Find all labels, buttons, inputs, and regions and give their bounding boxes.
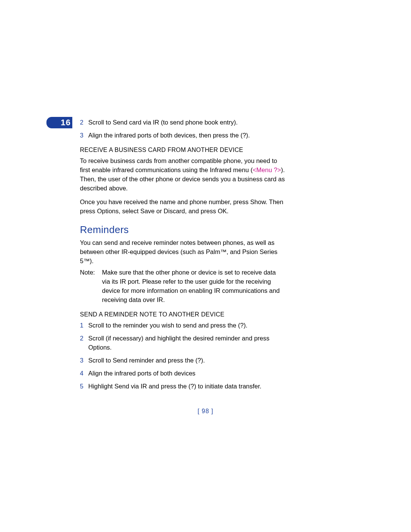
menu-reference-link[interactable]: <Menu ?>	[253, 166, 281, 173]
list-text: Align the infrared ports of both devices…	[88, 131, 285, 140]
page-content: 2 Scroll to Send card via IR (to send ph…	[80, 118, 285, 391]
list-text: Scroll to Send card via IR (to send phon…	[88, 118, 285, 127]
list-number: 5	[80, 382, 88, 391]
paragraph-text: To receive business cards from another c…	[80, 157, 277, 173]
chapter-number: 16	[61, 118, 71, 127]
paragraph: To receive business cards from another c…	[80, 157, 285, 193]
list-item: 2 Scroll (if necessary) and highlight th…	[80, 334, 285, 352]
list-text: Highlight Send via IR and press the (?) …	[88, 382, 285, 391]
list-number: 1	[80, 321, 88, 330]
list-text: Align the infrared ports of both devices	[88, 369, 285, 378]
note-label: Note:	[80, 268, 102, 305]
page-number: [ 98 ]	[0, 407, 411, 415]
paragraph: Once you have received the name and phon…	[80, 198, 285, 216]
list-number: 2	[80, 334, 88, 352]
list-number: 3	[80, 356, 88, 365]
list-item: 2 Scroll to Send card via IR (to send ph…	[80, 118, 285, 127]
list-item: 3 Scroll to Send reminder and press the …	[80, 356, 285, 365]
note-block: Note: Make sure that the other phone or …	[80, 268, 285, 305]
subheading-receive: RECEIVE A BUSINESS CARD FROM ANOTHER DEV…	[80, 145, 285, 154]
subheading-send: SEND A REMINDER NOTE TO ANOTHER DEVICE	[80, 310, 285, 319]
chapter-tab: 16	[46, 117, 72, 128]
list-item: 1 Scroll to the reminder you wish to sen…	[80, 321, 285, 330]
list-text: Scroll to the reminder you wish to send …	[88, 321, 285, 330]
list-item: 3 Align the infrared ports of both devic…	[80, 131, 285, 140]
note-body: Make sure that the other phone or device…	[102, 268, 285, 305]
list-item: 4 Align the infrared ports of both devic…	[80, 369, 285, 378]
paragraph: You can send and receive reminder notes …	[80, 238, 285, 266]
section-title-reminders: Reminders	[80, 223, 285, 237]
list-item: 5 Highlight Send via IR and press the (?…	[80, 382, 285, 391]
list-text: Scroll (if necessary) and highlight the …	[88, 334, 285, 352]
list-number: 3	[80, 131, 88, 140]
list-number: 2	[80, 118, 88, 127]
document-page: 16 2 Scroll to Send card via IR (to send…	[0, 0, 411, 532]
list-text: Scroll to Send reminder and press the (?…	[88, 356, 285, 365]
list-number: 4	[80, 369, 88, 378]
